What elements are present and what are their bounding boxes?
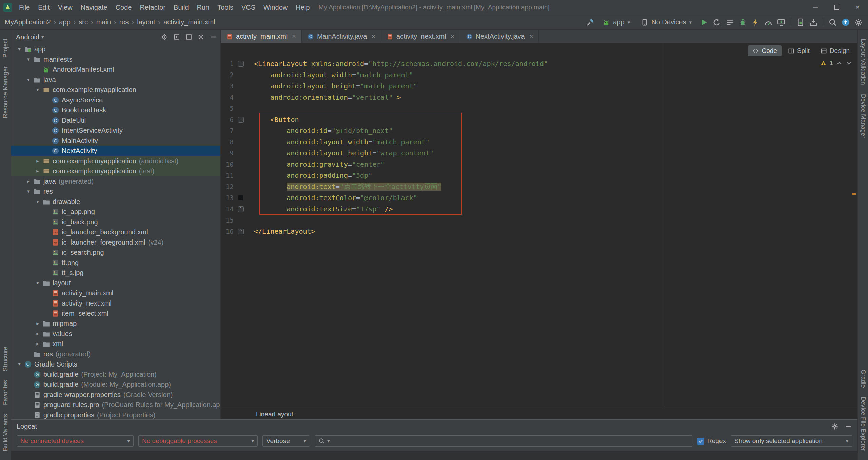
menu-navigate[interactable]: Navigate [77, 0, 112, 15]
chevron-down-icon[interactable]: ▾ [24, 56, 33, 62]
breadcrumb-item[interactable]: main [96, 18, 111, 26]
close-tab-icon[interactable]: × [292, 33, 296, 40]
chevron-right-icon[interactable]: ▸ [34, 331, 42, 337]
close-button[interactable]: × [847, 0, 868, 15]
logcat-process-dropdown[interactable]: No debuggable processes ▾ [138, 435, 258, 447]
editor-tab-activity_main.xml[interactable]: activity_main.xml× [221, 30, 302, 43]
tree-row[interactable]: CAsyncService [11, 95, 220, 105]
view-mode-code[interactable]: Code [748, 45, 781, 56]
tree-row[interactable]: tt.png [11, 257, 220, 268]
profile-or-debug-apk-icon[interactable] [725, 18, 734, 27]
hide-icon[interactable] [210, 33, 217, 41]
logcat-hide-icon[interactable] [845, 423, 852, 430]
close-tab-icon[interactable]: × [529, 33, 533, 40]
tree-row[interactable]: gradle-wrapper.properties(Gradle Version… [11, 390, 220, 400]
avd-manager-icon[interactable] [796, 18, 805, 27]
sdk-manager-icon[interactable] [809, 18, 818, 27]
menu-edit[interactable]: Edit [34, 0, 54, 15]
view-mode-split[interactable]: Split [784, 45, 814, 56]
tree-row[interactable]: ▾java [11, 75, 220, 85]
tree-row[interactable]: ▾app [11, 44, 220, 54]
tool-stripe-device-file-explorer[interactable]: Device File Explorer [860, 397, 867, 451]
tree-row[interactable]: ▾drawable [11, 196, 220, 207]
tree-row[interactable]: ▾res [11, 186, 220, 196]
attach-debugger-icon[interactable] [776, 18, 786, 27]
breadcrumb-item[interactable]: MyApplication2 [5, 18, 51, 26]
tree-row[interactable]: proguard-rules.pro(ProGuard Rules for My… [11, 400, 220, 410]
close-tab-icon[interactable]: × [451, 33, 455, 40]
tree-row[interactable]: CBookLoadTask [11, 105, 220, 115]
logcat-search-field[interactable]: ▾ [315, 435, 692, 447]
tree-row[interactable]: ▸values [11, 329, 220, 339]
tree-row[interactable]: ▾GGradle Scripts [11, 359, 220, 369]
chevron-down-icon[interactable]: ▾ [34, 87, 42, 93]
tree-row[interactable]: ic_app.png [11, 207, 220, 217]
chevron-down-icon[interactable]: ▾ [24, 188, 33, 194]
fold-end-icon[interactable]: ^ [238, 229, 244, 234]
breadcrumb-item[interactable]: res [119, 18, 129, 26]
maximize-button[interactable] [826, 0, 847, 15]
editor-breadcrumb[interactable]: LinearLayout [256, 411, 293, 418]
next-warning-icon[interactable] [846, 60, 852, 66]
tool-stripe-project[interactable]: Project [2, 39, 9, 58]
tree-row[interactable]: ▸com.example.myapplication(test) [11, 166, 220, 176]
editor-body[interactable]: CodeSplitDesign 1−<LinearLayout xmlns:an… [221, 43, 857, 409]
tree-row[interactable]: CMainActivity [11, 135, 220, 146]
chevron-down-icon[interactable]: ▾ [15, 46, 23, 52]
locate-icon[interactable] [161, 33, 168, 41]
chevron-right-icon[interactable]: ▸ [34, 341, 42, 347]
tree-row[interactable]: ▸mipmap [11, 318, 220, 329]
fold-collapse-icon[interactable]: − [238, 117, 244, 123]
breadcrumb-item[interactable]: src [79, 18, 88, 26]
device-selector[interactable]: No Devices ▾ [637, 17, 695, 28]
tree-row[interactable]: CDateUtil [11, 115, 220, 125]
editor-tab-activity_next.xml[interactable]: activity_next.xml× [381, 30, 460, 43]
ide-update-icon[interactable] [841, 18, 850, 27]
menu-refactor[interactable]: Refactor [136, 0, 170, 15]
tree-row[interactable]: </>ic_launcher_foreground.xml(v24) [11, 237, 220, 247]
chevron-down-icon[interactable]: ▾ [34, 280, 42, 286]
logcat-level-dropdown[interactable]: Verbose ▾ [262, 435, 310, 447]
chevron-right-icon[interactable]: ▸ [34, 158, 42, 164]
logcat-settings-icon[interactable] [831, 423, 839, 430]
logcat-device-dropdown[interactable]: No connected devices ▾ [17, 435, 134, 447]
tree-row[interactable]: gradle.properties(Project Properties) [11, 410, 220, 419]
tool-stripe-build-variants[interactable]: Build Variants [2, 414, 9, 451]
menu-file[interactable]: File [15, 0, 34, 15]
tool-stripe-resource-manager[interactable]: Resource Manager [2, 66, 9, 118]
tree-row[interactable]: ▸java(generated) [11, 176, 220, 186]
logcat-filter-dropdown[interactable]: Show only selected application ▾ [731, 435, 852, 447]
run-configuration-selector[interactable]: app ▾ [599, 17, 633, 28]
tree-row[interactable]: ▸xml [11, 339, 220, 349]
prev-warning-icon[interactable] [836, 60, 843, 66]
chevron-down-icon[interactable]: ▾ [15, 361, 23, 367]
collapse-all-icon[interactable] [185, 33, 193, 41]
view-mode-design[interactable]: Design [816, 45, 854, 56]
build-hammer-icon[interactable] [586, 18, 595, 27]
search-everywhere-icon[interactable] [828, 18, 837, 27]
tree-row[interactable]: res(generated) [11, 349, 220, 359]
menu-vcs[interactable]: VCS [237, 0, 259, 15]
tree-row[interactable]: ▸com.example.myapplication(androidTest) [11, 156, 220, 166]
chevron-down-icon[interactable]: ▾ [34, 198, 42, 205]
tree-row[interactable]: CNextActivity [11, 146, 220, 156]
breadcrumb-item[interactable]: app [59, 18, 70, 26]
tool-stripe-device-manager[interactable]: Device Manager [860, 94, 867, 138]
tree-row[interactable]: Gbuild.gradle(Module: My_Application.app… [11, 379, 220, 390]
run-icon[interactable] [699, 18, 709, 27]
tree-row[interactable]: ic_back.png [11, 217, 220, 227]
tree-row[interactable]: Gbuild.gradle(Project: My_Application) [11, 369, 220, 379]
expand-all-icon[interactable] [173, 33, 180, 41]
tree-row[interactable]: activity_next.xml [11, 298, 220, 308]
tree-row[interactable]: ▾manifests [11, 54, 220, 64]
menu-window[interactable]: Window [259, 0, 292, 15]
menu-tools[interactable]: Tools [213, 0, 237, 15]
logcat-search-input[interactable] [332, 437, 689, 445]
chevron-right-icon[interactable]: ▸ [34, 320, 42, 327]
tree-row[interactable]: activity_main.xml [11, 288, 220, 298]
tree-row[interactable]: item_select.xml [11, 308, 220, 318]
settings-icon[interactable] [854, 18, 863, 27]
menu-help[interactable]: Help [292, 0, 314, 15]
menu-build[interactable]: Build [170, 0, 193, 15]
tool-stripe-gradle[interactable]: Gradle [860, 370, 867, 388]
